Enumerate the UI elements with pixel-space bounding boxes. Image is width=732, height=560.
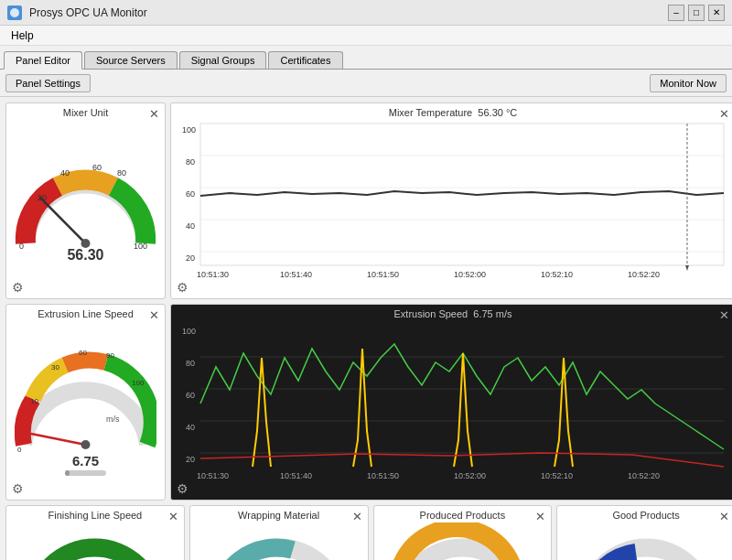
extrusion-speed-title: Extrusion Line Speed	[10, 308, 161, 319]
svg-text:90: 90	[106, 351, 114, 360]
dashboard: Mixer Unit ✕	[0, 97, 732, 558]
svg-text:10: 10	[30, 397, 38, 405]
svg-text:10:51:50: 10:51:50	[367, 471, 399, 480]
mixer-gauge-svg: 0 100 20 40 60 80 56.30	[15, 141, 156, 269]
menu-bar: Help	[0, 26, 732, 46]
monitor-now-button[interactable]: Monitor Now	[650, 74, 727, 92]
svg-rect-47	[200, 325, 724, 467]
good-products-close[interactable]: ✕	[719, 510, 729, 523]
svg-text:60: 60	[186, 189, 195, 199]
extrusion-chart-title: Extrusion Speed 6.75 m/s	[175, 308, 731, 319]
mixer-unit-close[interactable]: ✕	[149, 107, 159, 121]
finishing-line-panel: Finishing Line Speed ✕ m/c 73.0 0 100 ⚙	[5, 505, 185, 560]
svg-text:10:51:40: 10:51:40	[280, 270, 312, 279]
mixer-temp-close[interactable]: ✕	[719, 107, 729, 121]
wrapping-close[interactable]: ✕	[352, 510, 362, 523]
svg-text:100: 100	[134, 242, 147, 251]
wrapping-title: Wrapping Material	[194, 510, 364, 521]
svg-text:40: 40	[186, 423, 195, 432]
svg-line-9	[40, 198, 86, 243]
mixer-temp-chart: 100 80 60 40 20 10:51:30 10:51:40 10:51:…	[175, 120, 731, 280]
bottom-row: Finishing Line Speed ✕ m/c 73.0 0 100 ⚙ …	[5, 505, 732, 560]
tab-source-servers[interactable]: Source Servers	[84, 51, 178, 69]
mixer-unit-title: Mixer Unit	[10, 107, 161, 118]
svg-text:0: 0	[17, 446, 22, 454]
extrusion-speed-gear[interactable]: ⚙	[12, 481, 24, 496]
wrapping-panel: Wrapping Material ✕ kg 55.0 0 100 ⚙	[189, 505, 369, 560]
extrusion-chart-gear[interactable]: ⚙	[177, 481, 188, 496]
produced-panel: Produced Products ✕ pcs 163 0 200 ⚙	[373, 505, 553, 560]
mixer-unit-gear[interactable]: ⚙	[12, 280, 24, 295]
tab-bar: Panel Editor Source Servers Signal Group…	[0, 46, 732, 70]
minimize-button[interactable]: –	[668, 5, 684, 21]
svg-text:80: 80	[186, 359, 195, 368]
extrusion-chart-svg: 100 80 60 40 20 10:51:30 10:51:40 10:51	[175, 321, 731, 481]
mixer-temp-panel: Mixer Temperature 56.30 °C ✕ 100 80 60 4…	[170, 102, 732, 299]
app-title: Prosys OPC UA Monitor	[29, 6, 661, 19]
finishing-line-title: Finishing Line Speed	[10, 510, 180, 521]
mixer-temp-title: Mixer Temperature 56.30 °C	[175, 107, 731, 118]
svg-text:20: 20	[186, 455, 195, 464]
extrusion-speed-close[interactable]: ✕	[149, 308, 159, 322]
extrusion-speed-panel: Extrusion Line Speed ✕ 0 10 30 60 90	[5, 304, 166, 501]
svg-text:0: 0	[19, 242, 24, 251]
svg-text:60: 60	[186, 391, 195, 400]
svg-text:10:51:40: 10:51:40	[280, 471, 312, 480]
mixer-temp-gear[interactable]: ⚙	[177, 280, 188, 295]
svg-text:m/s: m/s	[106, 415, 120, 424]
mixer-unit-gauge: 0 100 20 40 60 80 56.30	[10, 120, 161, 289]
svg-rect-40	[65, 470, 106, 476]
svg-text:100: 100	[182, 327, 196, 336]
svg-text:10:52:00: 10:52:00	[454, 270, 486, 279]
svg-text:10:51:30: 10:51:30	[197, 471, 229, 480]
svg-text:10:52:00: 10:52:00	[454, 471, 486, 480]
svg-text:10:52:10: 10:52:10	[541, 270, 573, 279]
svg-line-37	[31, 434, 86, 445]
good-products-title: Good Products	[561, 510, 731, 521]
extrusion-chart-close[interactable]: ✕	[719, 308, 729, 322]
svg-text:40: 40	[186, 221, 195, 231]
svg-text:100: 100	[182, 125, 196, 135]
mixer-unit-panel: Mixer Unit ✕	[5, 102, 166, 299]
svg-point-0	[10, 8, 19, 17]
svg-text:10:51:30: 10:51:30	[197, 270, 229, 279]
svg-text:10:51:50: 10:51:50	[367, 270, 399, 279]
svg-text:60: 60	[79, 349, 87, 357]
svg-text:10:52:10: 10:52:10	[541, 471, 573, 480]
tab-panel-editor[interactable]: Panel Editor	[4, 51, 82, 70]
svg-text:10:52:20: 10:52:20	[628, 270, 660, 279]
svg-text:60: 60	[92, 163, 102, 172]
close-button[interactable]: ✕	[708, 5, 725, 21]
wrapping-gauge-svg: kg 55.0 0 100	[208, 522, 350, 560]
good-products-panel: Good Products ✕ pcs 71 0 200 ⚙	[556, 505, 732, 560]
svg-text:40: 40	[60, 168, 70, 178]
svg-text:56.30: 56.30	[67, 247, 103, 263]
window-controls: – □ ✕	[668, 5, 725, 21]
produced-title: Produced Products	[378, 510, 548, 521]
extrusion-gauge-svg: 0 10 30 60 90 100 m/s 6.75	[15, 335, 156, 477]
svg-rect-41	[65, 470, 70, 476]
tab-signal-groups[interactable]: Signal Groups	[179, 51, 267, 69]
svg-text:20: 20	[186, 253, 195, 263]
app-icon	[7, 5, 22, 20]
svg-point-38	[81, 440, 91, 449]
extrusion-gauge: 0 10 30 60 90 100 m/s 6.75	[10, 321, 161, 490]
svg-text:6.75: 6.75	[72, 453, 99, 468]
svg-text:30: 30	[51, 363, 59, 372]
title-bar: Prosys OPC UA Monitor – □ ✕	[0, 0, 732, 26]
menu-help[interactable]: Help	[4, 27, 41, 44]
svg-text:10:52:20: 10:52:20	[628, 471, 660, 480]
maximize-button[interactable]: □	[688, 5, 705, 21]
svg-rect-17	[200, 124, 724, 265]
produced-close[interactable]: ✕	[535, 510, 545, 523]
tab-certificates[interactable]: Certificates	[268, 51, 342, 69]
panel-settings-button[interactable]: Panel Settings	[5, 74, 91, 92]
svg-marker-23	[685, 265, 689, 271]
extrusion-chart-panel: Extrusion Speed 6.75 m/s ✕ 100 80 60 40 …	[170, 304, 732, 501]
produced-gauge-svg: pcs 163 0 200	[392, 522, 533, 560]
finishing-line-close[interactable]: ✕	[168, 510, 178, 523]
toolbar: Panel Settings Monitor Now	[0, 70, 732, 97]
svg-text:80: 80	[186, 157, 195, 167]
good-gauge-svg: pcs 71 0 200	[576, 522, 717, 560]
svg-text:100: 100	[132, 379, 145, 387]
